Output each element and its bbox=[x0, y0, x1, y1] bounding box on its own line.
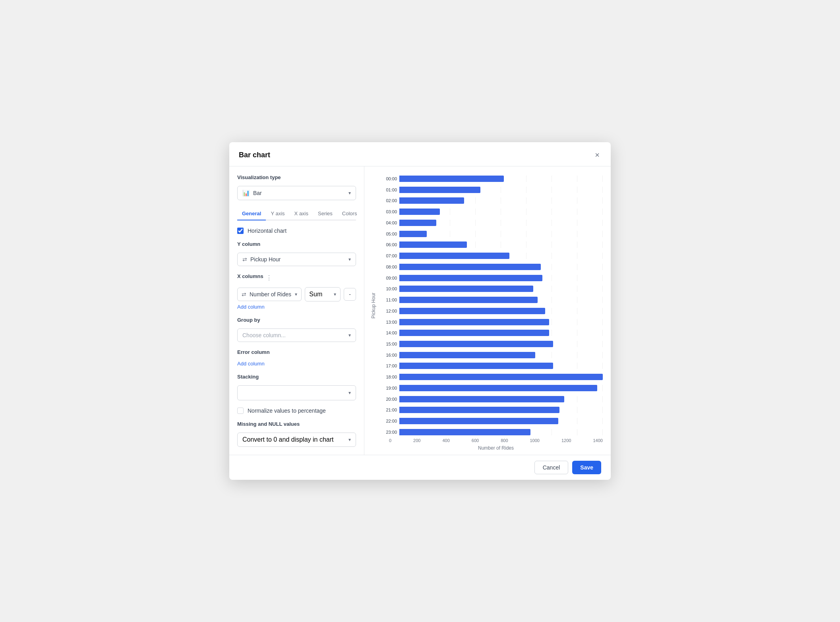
group-by-placeholder: Choose column... bbox=[242, 332, 286, 338]
bar-track bbox=[399, 197, 603, 204]
bar-row: 10:00 bbox=[379, 284, 603, 293]
bar-fill bbox=[399, 220, 436, 226]
horizontal-chart-checkbox[interactable] bbox=[237, 228, 244, 234]
bar-track bbox=[399, 187, 603, 193]
bar-row: 05:00 bbox=[379, 230, 603, 238]
bar-track bbox=[399, 286, 603, 292]
horizontal-chart-row: Horizontal chart bbox=[237, 228, 356, 234]
add-x-column-link[interactable]: Add column bbox=[237, 304, 356, 310]
bar-label: 05:00 bbox=[379, 232, 397, 236]
bar-fill bbox=[399, 341, 553, 347]
bar-track bbox=[399, 363, 603, 369]
bar-fill bbox=[399, 231, 427, 237]
bar-label: 00:00 bbox=[379, 176, 397, 181]
modal-body: Visualization type 📊 Bar ▾ General Y axi… bbox=[229, 166, 611, 455]
bar-label: 10:00 bbox=[379, 286, 397, 291]
bar-fill bbox=[399, 209, 440, 215]
viz-type-select[interactable]: 📊 Bar ▾ bbox=[237, 186, 356, 200]
bar-chart-modal: Bar chart × Visualization type 📊 Bar ▾ G… bbox=[229, 142, 611, 480]
bar-track bbox=[399, 341, 603, 347]
bar-track bbox=[399, 275, 603, 281]
x-column-icon: ⇄ bbox=[242, 291, 246, 297]
bar-fill bbox=[399, 363, 553, 369]
bar-label: 17:00 bbox=[379, 363, 397, 368]
bar-row: 02:00 bbox=[379, 196, 603, 205]
remove-x-column-button[interactable]: - bbox=[344, 288, 356, 301]
y-column-arrow-icon: ▾ bbox=[348, 257, 351, 262]
normalize-checkbox[interactable] bbox=[237, 408, 244, 414]
x-tick: 600 bbox=[472, 438, 479, 443]
bar-fill bbox=[399, 241, 467, 248]
group-by-select[interactable]: Choose column... ▾ bbox=[237, 328, 356, 342]
tab-y-axis[interactable]: Y axis bbox=[266, 207, 289, 220]
x-tick: 1000 bbox=[530, 438, 539, 443]
x-columns-header: X columns ⋮ bbox=[237, 273, 356, 282]
bar-row: 00:00 bbox=[379, 174, 603, 183]
bar-fill bbox=[399, 286, 533, 292]
x-column-row: ⇄ Number of Rides ▾ Sum ▾ - bbox=[237, 287, 356, 301]
stacking-select[interactable]: ▾ bbox=[237, 385, 356, 400]
missing-null-section: Missing and NULL values Convert to 0 and… bbox=[237, 421, 356, 447]
bar-fill bbox=[399, 197, 464, 204]
bar-row: 16:00 bbox=[379, 351, 603, 359]
bar-row: 14:00 bbox=[379, 328, 603, 337]
y-column-select[interactable]: ⇄ Pickup Hour ▾ bbox=[237, 253, 356, 266]
x-axis-label: Number of Rides bbox=[389, 445, 603, 451]
close-button[interactable]: × bbox=[593, 149, 601, 160]
x-tick: 800 bbox=[501, 438, 508, 443]
x-axis-area: 0200400600800100012001400 Number of Ride… bbox=[368, 437, 603, 451]
x-tick: 1200 bbox=[561, 438, 571, 443]
bar-fill bbox=[399, 275, 542, 281]
bar-fill bbox=[399, 264, 541, 270]
y-column-label: Y column bbox=[237, 241, 356, 247]
bar-label: 19:00 bbox=[379, 386, 397, 390]
stacking-section: Stacking ▾ bbox=[237, 374, 356, 400]
bar-label: 14:00 bbox=[379, 330, 397, 335]
modal-header: Bar chart × bbox=[229, 142, 611, 166]
missing-null-select[interactable]: Convert to 0 and display in chart ▾ bbox=[237, 433, 356, 447]
drag-handle-icon[interactable]: ⋮ bbox=[266, 274, 272, 282]
bar-track bbox=[399, 308, 603, 314]
bar-row: 01:00 bbox=[379, 185, 603, 194]
bar-label: 01:00 bbox=[379, 187, 397, 192]
cancel-button[interactable]: Cancel bbox=[534, 461, 569, 474]
bar-label: 15:00 bbox=[379, 342, 397, 346]
normalize-label: Normalize values to percentage bbox=[248, 408, 326, 414]
x-tick: 1400 bbox=[593, 438, 602, 443]
bar-fill bbox=[399, 319, 549, 325]
group-by-arrow-icon: ▾ bbox=[348, 332, 351, 338]
bar-row: 21:00 bbox=[379, 406, 603, 414]
x-column-select[interactable]: ⇄ Number of Rides ▾ bbox=[237, 288, 302, 301]
bar-track bbox=[399, 241, 603, 248]
tab-general[interactable]: General bbox=[237, 207, 266, 220]
bar-row: 08:00 bbox=[379, 263, 603, 271]
bar-row: 15:00 bbox=[379, 340, 603, 348]
add-error-column-link[interactable]: Add column bbox=[237, 361, 356, 367]
save-button[interactable]: Save bbox=[572, 461, 601, 474]
x-agg-select[interactable]: Sum ▾ bbox=[305, 287, 341, 301]
x-ticks: 0200400600800100012001400 bbox=[389, 437, 603, 443]
bar-label: 22:00 bbox=[379, 419, 397, 423]
bar-track bbox=[399, 176, 603, 182]
x-tick: 200 bbox=[413, 438, 420, 443]
x-agg-value: Sum bbox=[309, 291, 322, 298]
y-axis-label: Pickup Hour bbox=[368, 174, 379, 437]
bar-row: 23:00 bbox=[379, 428, 603, 437]
tab-x-axis[interactable]: X axis bbox=[290, 207, 313, 220]
bar-track bbox=[399, 319, 603, 325]
bar-row: 07:00 bbox=[379, 251, 603, 260]
y-column-section: Y column ⇄ Pickup Hour ▾ bbox=[237, 241, 356, 266]
bar-track bbox=[399, 220, 603, 226]
bar-label: 09:00 bbox=[379, 276, 397, 280]
bar-row: 18:00 bbox=[379, 373, 603, 381]
tab-series[interactable]: Series bbox=[313, 207, 337, 220]
bar-row: 12:00 bbox=[379, 307, 603, 315]
bar-label: 18:00 bbox=[379, 375, 397, 379]
bar-track bbox=[399, 231, 603, 237]
tab-colors[interactable]: Colors bbox=[337, 207, 362, 220]
config-tabs: General Y axis X axis Series Colors Dat … bbox=[237, 207, 356, 220]
bar-fill bbox=[399, 330, 549, 336]
bar-fill bbox=[399, 385, 597, 391]
bar-label: 21:00 bbox=[379, 408, 397, 412]
bar-chart-icon: 📊 bbox=[242, 189, 250, 197]
